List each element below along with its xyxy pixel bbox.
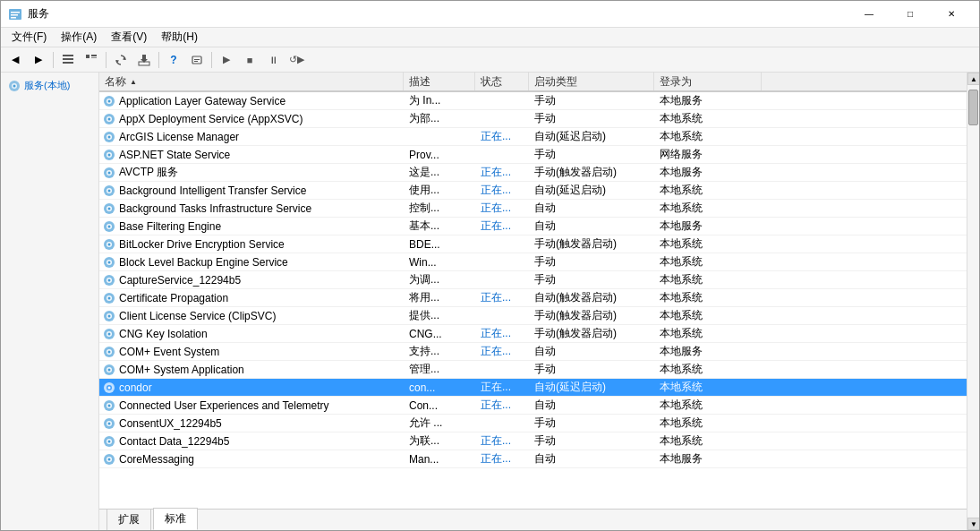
service-name-cell: ArcGIS License Manager bbox=[99, 128, 404, 145]
table-row[interactable]: Connected User Experiences and Telemetry… bbox=[99, 397, 967, 415]
service-name-cell: CaptureService_12294b5 bbox=[99, 271, 404, 288]
service-logon: 网络服务 bbox=[654, 146, 762, 163]
menu-file[interactable]: 文件(F) bbox=[4, 28, 54, 47]
service-name: ArcGIS License Manager bbox=[119, 131, 239, 143]
table-row[interactable]: ArcGIS License Manager正在...自动(延迟启动)本地系统 bbox=[99, 128, 967, 146]
export-button[interactable] bbox=[133, 50, 155, 70]
restart-button[interactable]: ↺▶ bbox=[285, 50, 307, 70]
header-logon[interactable]: 登录为 bbox=[654, 73, 762, 90]
header-status[interactable]: 状态 bbox=[475, 73, 529, 90]
forward-button[interactable]: ▶ bbox=[28, 50, 49, 70]
table-row[interactable]: BitLocker Drive Encryption ServiceBDE...… bbox=[99, 236, 967, 253]
table-row[interactable]: Contact Data_12294b5为联...正在...手动本地系统 bbox=[99, 433, 967, 450]
service-status bbox=[475, 361, 529, 378]
service-name: Connected User Experiences and Telemetry bbox=[119, 399, 329, 412]
table-row[interactable]: condorcon...正在...自动(延迟启动)本地系统 bbox=[99, 379, 967, 397]
service-icon bbox=[103, 417, 115, 430]
pause-button[interactable]: ⏸ bbox=[262, 50, 284, 70]
table-row[interactable]: AVCTP 服务这是...正在...手动(触发器启动)本地服务 bbox=[99, 164, 967, 182]
refresh-button[interactable] bbox=[110, 50, 132, 70]
scroll-track[interactable] bbox=[967, 85, 979, 518]
svg-point-47 bbox=[108, 261, 111, 263]
service-desc bbox=[404, 128, 475, 145]
table-row[interactable]: CoreMessagingMan...正在...自动本地服务 bbox=[99, 450, 967, 468]
service-name-cell: Connected User Experiences and Telemetry bbox=[99, 397, 404, 414]
header-desc[interactable]: 描述 bbox=[404, 73, 475, 90]
table-row[interactable]: Background Tasks Infrastructure Service控… bbox=[99, 200, 967, 218]
service-name: Client License Service (ClipSVC) bbox=[119, 310, 276, 322]
service-logon: 本地系统 bbox=[654, 433, 762, 450]
table-row[interactable]: Base Filtering Engine基本...正在...自动本地服务 bbox=[99, 218, 967, 236]
service-status bbox=[475, 92, 529, 109]
service-name: CNG Key Isolation bbox=[119, 328, 208, 340]
service-startup: 自动 bbox=[529, 397, 654, 414]
table-row[interactable]: ConsentUX_12294b5允许 ...手动本地系统 bbox=[99, 415, 967, 433]
scroll-thumb[interactable] bbox=[968, 90, 978, 125]
service-name-cell: Application Layer Gateway Service bbox=[99, 92, 404, 109]
service-status: 正在... bbox=[475, 182, 529, 199]
main-window: 服务 — □ ✕ 文件(F) 操作(A) 查看(V) 帮助(H) ◀ ▶ bbox=[0, 0, 980, 531]
service-name-cell: COM+ System Application bbox=[99, 361, 404, 378]
service-desc: CNG... bbox=[404, 325, 475, 342]
service-icon bbox=[103, 113, 115, 125]
service-icon bbox=[103, 310, 115, 322]
service-desc: 将用... bbox=[404, 289, 475, 306]
service-logon: 本地系统 bbox=[654, 271, 762, 288]
view-detail-button[interactable] bbox=[81, 50, 102, 70]
table-row[interactable]: AppX Deployment Service (AppXSVC)为部...手动… bbox=[99, 110, 967, 128]
view-list-button[interactable] bbox=[57, 50, 79, 70]
service-startup: 手动 bbox=[529, 415, 654, 432]
table-row[interactable]: ASP.NET State ServiceProv...手动网络服务 bbox=[99, 146, 967, 164]
service-logon: 本地系统 bbox=[654, 415, 762, 432]
service-name-cell: AVCTP 服务 bbox=[99, 164, 404, 181]
scroll-up-button[interactable]: ▲ bbox=[967, 73, 979, 85]
scroll-down-button[interactable]: ▼ bbox=[967, 518, 979, 530]
service-name: Block Level Backup Engine Service bbox=[119, 256, 288, 269]
service-startup: 手动 bbox=[529, 146, 654, 163]
help-button[interactable]: ? bbox=[163, 50, 184, 70]
menu-view[interactable]: 查看(V) bbox=[104, 28, 154, 47]
service-icon bbox=[103, 184, 115, 197]
header-startup[interactable]: 启动类型 bbox=[529, 73, 654, 90]
stop-button[interactable]: ■ bbox=[239, 50, 260, 70]
service-desc: 使用... bbox=[404, 182, 475, 199]
service-status bbox=[475, 307, 529, 324]
service-icon bbox=[103, 256, 115, 269]
svg-point-23 bbox=[108, 117, 111, 120]
table-row[interactable]: Certificate Propagation将用...正在...自动(触发器启… bbox=[99, 289, 967, 307]
service-startup: 自动(触发器启动) bbox=[529, 289, 654, 306]
service-desc: con... bbox=[404, 379, 475, 396]
svg-point-35 bbox=[108, 189, 111, 192]
table-row[interactable]: Client License Service (ClipSVC)提供...手动(… bbox=[99, 307, 967, 325]
table-row[interactable]: CaptureService_12294b5为调...手动本地系统 bbox=[99, 271, 967, 289]
service-startup: 自动 bbox=[529, 200, 654, 217]
play-button[interactable]: ▶ bbox=[216, 50, 237, 70]
table-row[interactable]: COM+ Event System支持...正在...自动本地服务 bbox=[99, 343, 967, 361]
table-row[interactable]: CNG Key IsolationCNG...正在...手动(触发器启动)本地系… bbox=[99, 325, 967, 343]
maximize-button[interactable]: □ bbox=[890, 1, 931, 28]
tab-扩展[interactable]: 扩展 bbox=[107, 509, 151, 530]
service-logon: 本地系统 bbox=[654, 379, 762, 396]
back-button[interactable]: ◀ bbox=[4, 50, 26, 70]
menu-action[interactable]: 操作(A) bbox=[54, 28, 104, 47]
service-desc: BDE... bbox=[404, 236, 475, 253]
sidebar-item-local-services[interactable]: 服务(本地) bbox=[4, 76, 95, 95]
service-desc: 管理... bbox=[404, 361, 475, 378]
properties-button[interactable] bbox=[186, 50, 208, 70]
close-button[interactable]: ✕ bbox=[931, 1, 972, 28]
svg-rect-9 bbox=[91, 57, 97, 58]
header-name[interactable]: 名称 ▲ bbox=[99, 73, 404, 90]
service-name-cell: AppX Deployment Service (AppXSVC) bbox=[99, 110, 404, 127]
service-name-cell: Base Filtering Engine bbox=[99, 218, 404, 235]
table-row[interactable]: Application Layer Gateway Service为 In...… bbox=[99, 92, 967, 110]
table-row[interactable]: Block Level Backup Engine ServiceWin...手… bbox=[99, 253, 967, 271]
minimize-button[interactable]: — bbox=[848, 1, 890, 28]
scrollbar[interactable]: ▲ ▼ bbox=[967, 73, 979, 530]
svg-point-53 bbox=[108, 296, 111, 299]
table-row[interactable]: COM+ System Application管理...手动本地系统 bbox=[99, 361, 967, 379]
tab-标准[interactable]: 标准 bbox=[153, 508, 198, 530]
table-row[interactable]: Background Intelligent Transfer Service使… bbox=[99, 182, 967, 200]
menu-help[interactable]: 帮助(H) bbox=[154, 28, 205, 47]
service-status: 正在... bbox=[475, 218, 529, 235]
service-name: ASP.NET State Service bbox=[119, 149, 230, 161]
